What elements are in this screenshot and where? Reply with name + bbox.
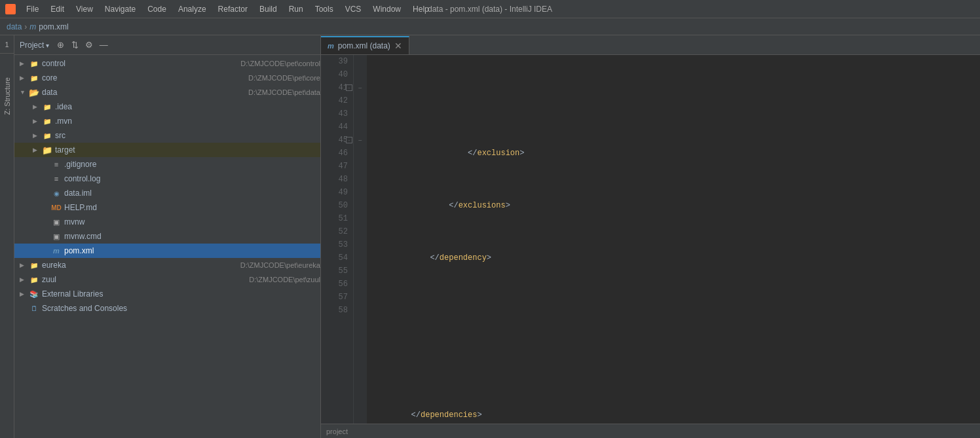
tab-number-1: 1 — [0, 35, 14, 54]
menu-view[interactable]: View — [71, 3, 98, 15]
breadcrumb: data › m pom.xml — [0, 18, 980, 35]
menu-build[interactable]: Build — [254, 3, 282, 15]
fold-icon-41[interactable]: - — [346, 84, 352, 91]
code-line-39 — [373, 94, 980, 107]
collapse-icon[interactable]: — — [98, 39, 109, 51]
gutter: − − — [354, 55, 367, 424]
tab-pom-xml[interactable]: m pom.xml (data) ✕ — [321, 36, 409, 54]
line-num-39: 39 — [321, 55, 353, 68]
project-panel: Project ⊕ ⇅ ⚙ — ▶ 📁 control D:\ZMJCODE\p… — [14, 35, 321, 438]
fold-icon-45[interactable]: - — [346, 137, 352, 143]
tree-item-data-iml[interactable]: ◉ data.iml — [14, 186, 320, 200]
code-line-41: </exclusions> — [373, 199, 980, 212]
tree-item-control-log[interactable]: ≡ control.log — [14, 172, 320, 186]
project-dropdown[interactable]: Project — [20, 41, 49, 50]
line-num-44: 44 — [321, 120, 353, 134]
file-icon-scratches: 🗒 — [29, 303, 39, 314]
main-layout: Z: Structure 1 Project ⊕ ⇅ ⚙ — ▶ 📁 contr… — [0, 35, 980, 438]
gutter-39 — [354, 55, 367, 68]
gutter-54 — [354, 251, 367, 265]
folder-icon-eureka: 📁 — [29, 260, 39, 270]
menu-file[interactable]: File — [21, 3, 44, 15]
arrow-zuul: ▶ — [20, 276, 29, 283]
bottom-status-bar: project — [321, 424, 980, 438]
tree-item-pom-xml[interactable]: m pom.xml — [14, 244, 320, 258]
line-num-41: 41 - — [321, 81, 353, 94]
breadcrumb-sep: › — [24, 22, 27, 31]
folder-icon-data: 📂 — [29, 87, 39, 98]
arrow-target: ▶ — [33, 147, 42, 153]
file-icon-control-log: ≡ — [51, 173, 62, 184]
item-name-src: src — [55, 131, 320, 140]
arrow-data: ▼ — [20, 89, 29, 96]
tree-item-ext-libs[interactable]: ▶ 📚 External Libraries — [14, 287, 320, 301]
gutter-43 — [354, 107, 367, 120]
structure-tab-label[interactable]: Z: Structure — [2, 75, 12, 117]
folder-icon-target: 📁 — [42, 145, 52, 155]
tab-close-button[interactable]: ✕ — [394, 41, 402, 51]
tree-item-src[interactable]: ▶ 📁 src — [14, 128, 320, 143]
breadcrumb-data[interactable]: data — [7, 22, 22, 31]
gutter-55 — [354, 265, 367, 278]
gutter-45[interactable]: − — [354, 134, 367, 147]
tree-item-core[interactable]: ▶ 📁 core D:\ZMJCODE\pet\core — [14, 71, 320, 85]
menu-refactor[interactable]: Refactor — [213, 3, 253, 15]
item-path-data: D:\ZMJCODE\pet\data — [248, 88, 320, 96]
item-name-gitignore: .gitignore — [64, 160, 320, 169]
menu-window[interactable]: Window — [368, 3, 406, 15]
tree-item-help-md[interactable]: MD HELP.md — [14, 200, 320, 215]
tab-file-icon: m — [328, 42, 334, 50]
item-name-zuul: zuul — [42, 275, 246, 284]
menu-analyze[interactable]: Analyze — [173, 3, 212, 15]
item-name-idea: .idea — [55, 102, 320, 111]
arrow-core: ▶ — [20, 75, 29, 81]
menu-navigate[interactable]: Navigate — [100, 3, 141, 15]
tree-item-eureka[interactable]: ▶ 📁 eureka D:\ZMJCODE\pet\eureka — [14, 258, 320, 272]
line-num-50: 50 — [321, 199, 353, 212]
code-line-44 — [373, 356, 980, 369]
item-name-mvn: .mvn — [55, 117, 320, 126]
line-num-55: 55 — [321, 265, 353, 278]
tree-item-zuul[interactable]: ▶ 📁 zuul D:\ZMJCODE\pet\zuul — [14, 272, 320, 287]
breadcrumb-file[interactable]: pom.xml — [39, 22, 68, 31]
sort-icon[interactable]: ⇅ — [69, 39, 81, 51]
tree-item-mvnw[interactable]: ▣ mvnw — [14, 215, 320, 229]
gutter-41[interactable]: − — [354, 81, 367, 94]
menu-vcs[interactable]: VCS — [340, 3, 367, 15]
tree-item-mvn[interactable]: ▶ 📁 .mvn — [14, 114, 320, 128]
tree-item-mvnw-cmd[interactable]: ▣ mvnw.cmd — [14, 229, 320, 244]
item-name-control-log: control.log — [64, 174, 320, 183]
menu-tools[interactable]: Tools — [310, 3, 339, 15]
tree-item-gitignore[interactable]: ≡ .gitignore — [14, 157, 320, 172]
tree-item-idea[interactable]: ▶ 📁 .idea — [14, 100, 320, 114]
menu-edit[interactable]: Edit — [45, 3, 69, 15]
tree-item-control[interactable]: ▶ 📁 control D:\ZMJCODE\pet\control — [14, 56, 320, 71]
line-num-43: 43 — [321, 107, 353, 120]
item-name-mvnw: mvnw — [64, 217, 320, 227]
line-numbers: 39 40 41 - 42 43 44 45 - 46 47 48 49 50 … — [321, 55, 354, 424]
tree-item-data[interactable]: ▼ 📂 data D:\ZMJCODE\pet\data — [14, 85, 320, 100]
project-panel-header: Project ⊕ ⇅ ⚙ — — [14, 35, 320, 55]
item-path-eureka: D:\ZMJCODE\pet\eureka — [240, 261, 320, 269]
arrow-control: ▶ — [20, 60, 29, 67]
menu-run[interactable]: Run — [284, 3, 309, 15]
arrow-eureka: ▶ — [20, 262, 29, 268]
gutter-58 — [354, 304, 367, 317]
menu-code[interactable]: Code — [142, 3, 172, 15]
tree-item-scratches[interactable]: 🗒 Scratches and Consoles — [14, 301, 320, 316]
settings-icon[interactable]: ⚙ — [83, 39, 95, 51]
code-editor[interactable]: 39 40 41 - 42 43 44 45 - 46 47 48 49 50 … — [321, 55, 980, 424]
tab-label: pom.xml (data) — [338, 41, 390, 50]
file-icon-help-md: MD — [51, 202, 62, 213]
locate-icon[interactable]: ⊕ — [54, 39, 66, 51]
code-line-40: </exclusion> — [373, 147, 980, 160]
folder-icon-control: 📁 — [29, 58, 39, 69]
folder-icon-idea: 📁 — [42, 101, 52, 112]
tree-item-target[interactable]: ▶ 📁 target — [14, 143, 320, 157]
arrow-ext-libs: ▶ — [20, 291, 29, 297]
code-content[interactable]: </exclusion> </exclusions> </dependency> — [367, 55, 980, 424]
gutter-56 — [354, 278, 367, 291]
folder-icon-zuul: 📁 — [29, 274, 39, 285]
line-num-42: 42 — [321, 94, 353, 107]
item-name-help-md: HELP.md — [64, 203, 320, 212]
